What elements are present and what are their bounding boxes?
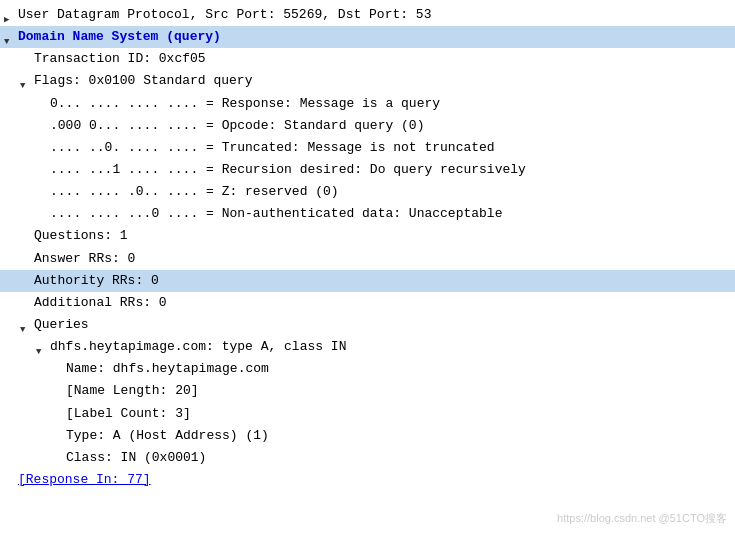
flag1-row-text: 0... .... .... .... = Response: Message … — [50, 94, 731, 114]
queries-row-text: Queries — [34, 315, 731, 335]
answer-rrs-row[interactable]: Answer RRs: 0 — [0, 248, 735, 270]
flag6-row-text: .... .... ...0 .... = Non-authenticated … — [50, 204, 731, 224]
label-count-row-text: [Label Count: 3] — [66, 404, 731, 424]
response-link-row-text: [Response In: 77] — [18, 470, 731, 490]
class-row-text: Class: IN (0x0001) — [66, 448, 731, 468]
udp-row-toggle[interactable] — [4, 9, 16, 21]
answer-rrs-row-text: Answer RRs: 0 — [34, 249, 731, 269]
additional-rrs-row-text: Additional RRs: 0 — [34, 293, 731, 313]
txid-row-text: Transaction ID: 0xcf05 — [34, 49, 731, 69]
query-entry-row[interactable]: dhfs.heytapimage.com: type A, class IN — [0, 336, 735, 358]
flags-row-toggle[interactable] — [20, 75, 32, 87]
queries-row-toggle[interactable] — [20, 319, 32, 331]
packet-tree: User Datagram Protocol, Src Port: 55269,… — [0, 0, 735, 495]
class-row[interactable]: Class: IN (0x0001) — [0, 447, 735, 469]
additional-rrs-row[interactable]: Additional RRs: 0 — [0, 292, 735, 314]
txid-row[interactable]: Transaction ID: 0xcf05 — [0, 48, 735, 70]
flags-row[interactable]: Flags: 0x0100 Standard query — [0, 70, 735, 92]
flag2-row[interactable]: .000 0... .... .... = Opcode: Standard q… — [0, 115, 735, 137]
dns-row-toggle[interactable] — [4, 31, 16, 43]
flag2-row-text: .000 0... .... .... = Opcode: Standard q… — [50, 116, 731, 136]
label-count-row[interactable]: [Label Count: 3] — [0, 403, 735, 425]
flag4-row-text: .... ...1 .... .... = Recursion desired:… — [50, 160, 731, 180]
authority-rrs-row-text: Authority RRs: 0 — [34, 271, 731, 291]
query-entry-row-text: dhfs.heytapimage.com: type A, class IN — [50, 337, 731, 357]
questions-row[interactable]: Questions: 1 — [0, 225, 735, 247]
flag5-row[interactable]: .... .... .0.. .... = Z: reserved (0) — [0, 181, 735, 203]
flag3-row[interactable]: .... ..0. .... .... = Truncated: Message… — [0, 137, 735, 159]
flag4-row[interactable]: .... ...1 .... .... = Recursion desired:… — [0, 159, 735, 181]
type-row-text: Type: A (Host Address) (1) — [66, 426, 731, 446]
flag5-row-text: .... .... .0.. .... = Z: reserved (0) — [50, 182, 731, 202]
name-row[interactable]: Name: dhfs.heytapimage.com — [0, 358, 735, 380]
flags-row-text: Flags: 0x0100 Standard query — [34, 71, 731, 91]
type-row[interactable]: Type: A (Host Address) (1) — [0, 425, 735, 447]
udp-row[interactable]: User Datagram Protocol, Src Port: 55269,… — [0, 4, 735, 26]
name-length-row[interactable]: [Name Length: 20] — [0, 380, 735, 402]
flag6-row[interactable]: .... .... ...0 .... = Non-authenticated … — [0, 203, 735, 225]
queries-row[interactable]: Queries — [0, 314, 735, 336]
flag1-row[interactable]: 0... .... .... .... = Response: Message … — [0, 93, 735, 115]
flag3-row-text: .... ..0. .... .... = Truncated: Message… — [50, 138, 731, 158]
name-row-text: Name: dhfs.heytapimage.com — [66, 359, 731, 379]
watermark: https://blog.csdn.net @51CTO搜客 — [557, 511, 727, 526]
dns-row-text: Domain Name System (query) — [18, 27, 731, 47]
query-entry-row-toggle[interactable] — [36, 341, 48, 353]
udp-row-text: User Datagram Protocol, Src Port: 55269,… — [18, 5, 731, 25]
questions-row-text: Questions: 1 — [34, 226, 731, 246]
authority-rrs-row[interactable]: Authority RRs: 0 — [0, 270, 735, 292]
dns-row[interactable]: Domain Name System (query) — [0, 26, 735, 48]
name-length-row-text: [Name Length: 20] — [66, 381, 731, 401]
response-link-row[interactable]: [Response In: 77] — [0, 469, 735, 491]
